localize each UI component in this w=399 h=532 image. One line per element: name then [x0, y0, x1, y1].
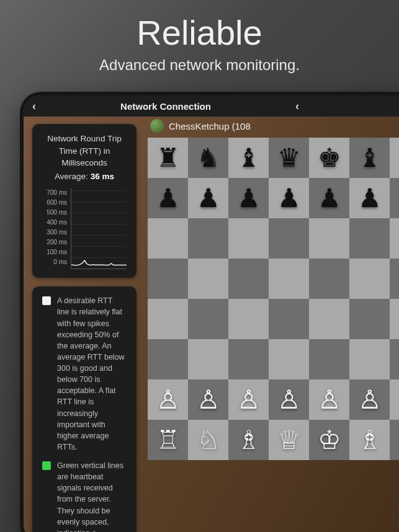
chart-tick: 700 ms [42, 188, 71, 198]
chess-piece-icon[interactable]: ♜ [156, 143, 180, 173]
board-square[interactable] [390, 299, 399, 339]
chess-piece-icon[interactable]: ♙ [237, 384, 261, 415]
board-square[interactable] [269, 339, 309, 379]
chess-piece-icon[interactable]: ♟ [318, 183, 341, 213]
opponent-bar: ChessKetchup (108 [145, 117, 399, 135]
board-square[interactable]: ♙ [309, 379, 349, 420]
board-square[interactable]: ♟ [148, 178, 188, 218]
chess-piece-icon[interactable]: ♟ [237, 183, 261, 213]
board-square[interactable]: ♘ [188, 420, 228, 460]
board-square[interactable]: ♝ [228, 138, 269, 178]
board-square[interactable]: ♟ [349, 178, 390, 218]
board-square[interactable]: ♔ [309, 420, 349, 460]
board-square[interactable] [349, 259, 390, 299]
board-square[interactable] [188, 339, 228, 379]
board-square[interactable]: ♞ [188, 138, 228, 178]
chess-piece-icon[interactable]: ♗ [358, 425, 382, 455]
board-square[interactable] [269, 218, 309, 259]
panel-title: Network Connection [45, 101, 287, 112]
chart-yaxis: 700 ms600 ms500 ms400 ms300 ms200 ms100 … [42, 188, 71, 269]
chess-piece-icon[interactable]: ♙ [358, 384, 382, 415]
chart-tick: 100 ms [42, 248, 71, 257]
game-panel: ChessKetchup (108 ♜♞♝♛♚♝♞♜♟♟♟♟♟♟♟♟♙♙♙♙♙♙… [145, 117, 399, 532]
chess-piece-icon[interactable]: ♙ [197, 384, 220, 415]
board-square[interactable]: ♙ [188, 379, 228, 420]
board-square[interactable]: ♕ [269, 420, 309, 460]
chart-tick: 600 ms [42, 198, 71, 208]
board-square[interactable]: ♘ [390, 420, 399, 460]
chess-piece-icon[interactable]: ♗ [237, 425, 261, 455]
board-square[interactable]: ♚ [309, 138, 349, 178]
chess-piece-icon[interactable]: ♙ [277, 384, 301, 415]
board-square[interactable] [228, 259, 269, 299]
board-square[interactable] [349, 339, 390, 379]
board-square[interactable] [309, 339, 349, 379]
board-square[interactable] [269, 259, 309, 299]
marketing-title: Reliable [0, 12, 399, 53]
board-square[interactable]: ♟ [269, 178, 309, 218]
board-square[interactable]: ♟ [390, 178, 399, 218]
chess-piece-icon[interactable]: ♞ [197, 143, 220, 173]
chess-piece-icon[interactable]: ♟ [358, 183, 382, 213]
chess-piece-icon[interactable]: ♚ [318, 143, 341, 173]
chess-piece-icon[interactable]: ♙ [156, 384, 180, 415]
chess-piece-icon[interactable]: ♖ [156, 425, 180, 455]
chess-piece-icon[interactable]: ♛ [277, 143, 301, 173]
board-square[interactable] [228, 339, 269, 379]
board-square[interactable]: ♛ [269, 138, 309, 178]
board-square[interactable]: ♟ [188, 178, 228, 218]
board-square[interactable]: ♙ [148, 379, 188, 420]
rtt-chart-card: Network Round Trip Time (RTT) in Millise… [32, 124, 137, 278]
board-square[interactable]: ♟ [309, 178, 349, 218]
board-square[interactable]: ♗ [228, 420, 269, 460]
chess-piece-icon[interactable]: ♔ [318, 425, 341, 455]
board-square[interactable] [269, 299, 309, 339]
board-square[interactable] [390, 339, 399, 379]
chess-piece-icon[interactable]: ♘ [197, 425, 220, 455]
back-button[interactable]: ‹ [24, 100, 45, 113]
board-square[interactable] [148, 259, 188, 299]
board-square[interactable]: ♖ [148, 420, 188, 460]
board-square[interactable] [228, 299, 269, 339]
board-square[interactable] [390, 259, 399, 299]
board-square[interactable]: ♗ [349, 420, 390, 460]
chart-tick: 400 ms [42, 218, 71, 228]
chart-tick: 500 ms [42, 208, 71, 218]
board-square[interactable] [188, 218, 228, 259]
chess-piece-icon[interactable]: ♙ [318, 384, 341, 415]
board-square[interactable]: ♙ [228, 379, 269, 420]
board-square[interactable] [188, 299, 228, 339]
board-square[interactable] [188, 259, 228, 299]
chess-piece-icon[interactable]: ♕ [277, 425, 301, 455]
board-square[interactable]: ♟ [228, 178, 269, 218]
board-square[interactable]: ♙ [349, 379, 390, 420]
board-square[interactable]: ♞ [390, 138, 399, 178]
chevron-left-icon: ‹ [32, 100, 36, 112]
board-square[interactable] [349, 218, 390, 259]
board-square[interactable] [148, 339, 188, 379]
board-square[interactable] [349, 299, 390, 339]
board-square[interactable] [148, 299, 188, 339]
chart-tick: 300 ms [42, 228, 71, 237]
board-square[interactable] [309, 299, 349, 339]
legend-card: A desirable RTT line is relatively flat … [32, 286, 137, 532]
board-square[interactable] [309, 218, 349, 259]
chess-board[interactable]: ♜♞♝♛♚♝♞♜♟♟♟♟♟♟♟♟♙♙♙♙♙♙♙♙♖♘♗♕♔♗♘♖ [148, 138, 399, 460]
board-square[interactable]: ♜ [148, 138, 188, 178]
board-square[interactable]: ♙ [269, 379, 309, 420]
chess-piece-icon[interactable]: ♝ [237, 143, 261, 173]
legend-white-text: A desirable RTT line is relatively flat … [57, 295, 127, 453]
board-square[interactable] [390, 218, 399, 259]
board-square[interactable] [148, 218, 188, 259]
chess-piece-icon[interactable]: ♟ [156, 183, 180, 213]
board-square[interactable]: ♙ [390, 379, 399, 420]
board-square[interactable] [309, 259, 349, 299]
chess-piece-icon[interactable]: ♟ [277, 183, 301, 213]
legend-green: Green vertical lines are heartbeat signa… [42, 460, 127, 532]
board-square[interactable] [228, 218, 269, 259]
board-square[interactable]: ♝ [349, 138, 390, 178]
game-back-button[interactable]: ‹ [287, 100, 308, 113]
chess-piece-icon[interactable]: ♝ [358, 143, 382, 173]
chess-piece-icon[interactable]: ♟ [197, 183, 220, 213]
chart-tick: 200 ms [42, 238, 71, 247]
